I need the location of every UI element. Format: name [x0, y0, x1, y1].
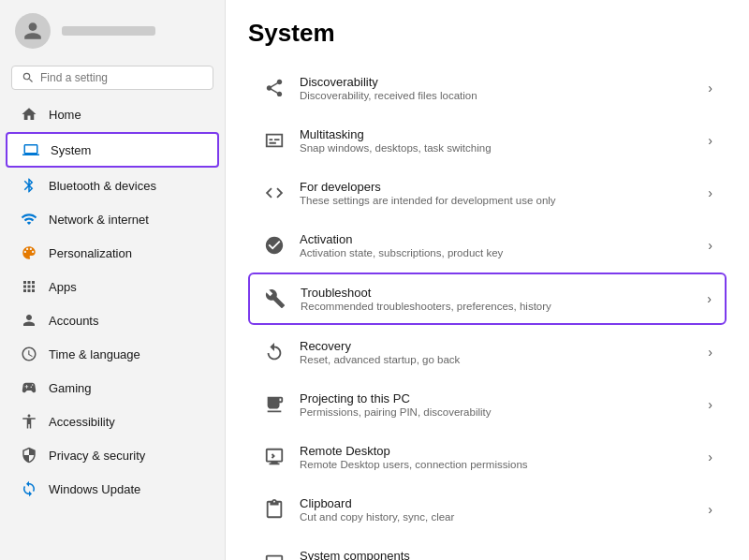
sidebar-item-privacy[interactable]: Privacy & security: [6, 439, 219, 471]
main-content: System Discoverability Discoverability, …: [225, 0, 749, 560]
settings-item-projecting[interactable]: Projecting to this PC Permissions, pairi…: [248, 379, 727, 430]
settings-item-left: Recovery Reset, advanced startup, go bac…: [262, 339, 460, 365]
activation-icon: [262, 233, 286, 258]
settings-item-left: System components Manage system componen…: [262, 549, 596, 560]
settings-item-for-developers[interactable]: For developers These settings are intend…: [248, 168, 727, 218]
network-icon: [21, 211, 37, 228]
sidebar: Home System Bluetooth & devices Network …: [0, 0, 225, 560]
sidebar-profile[interactable]: [0, 0, 225, 62]
sidebar-item-accounts[interactable]: Accounts: [6, 304, 219, 336]
search-icon: [22, 71, 35, 84]
sidebar-item-windows-update[interactable]: Windows Update: [6, 473, 219, 505]
accounts-icon: [21, 312, 37, 329]
sidebar-item-time[interactable]: Time & language: [6, 338, 219, 370]
dev-icon: [262, 181, 286, 205]
settings-item-desc: Snap windows, desktops, task switching: [300, 142, 492, 154]
project-icon: [262, 392, 286, 417]
settings-item-multitasking[interactable]: Multitasking Snap windows, desktops, tas…: [248, 115, 727, 166]
chevron-right-icon: ›: [708, 81, 712, 96]
settings-item-title: Discoverability: [300, 75, 477, 89]
settings-item-system-components[interactable]: System components Manage system componen…: [248, 537, 727, 560]
sidebar-item-label-system: System: [51, 143, 91, 157]
gaming-icon: [21, 379, 37, 396]
settings-item-title: Clipboard: [300, 496, 454, 510]
settings-item-discoverability[interactable]: Discoverability Discoverability, receive…: [248, 63, 727, 113]
sidebar-item-home[interactable]: Home: [6, 98, 219, 130]
settings-item-left: Troubleshoot Recommended troubleshooters…: [263, 286, 551, 312]
settings-item-text: Remote Desktop Remote Desktop users, con…: [300, 444, 528, 470]
sidebar-item-label-personalization: Personalization: [49, 246, 132, 260]
multitask-icon: [262, 128, 286, 153]
remote-icon: [262, 445, 286, 469]
settings-item-text: Clipboard Cut and copy history, sync, cl…: [300, 496, 454, 523]
settings-item-left: Clipboard Cut and copy history, sync, cl…: [262, 496, 454, 523]
sidebar-item-bluetooth[interactable]: Bluetooth & devices: [6, 169, 219, 201]
system-icon: [22, 141, 39, 158]
settings-item-text: Multitasking Snap windows, desktops, tas…: [300, 127, 492, 154]
chevron-right-icon: ›: [708, 502, 712, 517]
settings-item-title: Multitasking: [300, 127, 492, 141]
chevron-right-icon: ›: [708, 185, 712, 200]
recovery-icon: [262, 340, 286, 364]
chevron-right-icon: ›: [708, 345, 712, 360]
settings-item-left: Remote Desktop Remote Desktop users, con…: [262, 444, 528, 470]
sidebar-item-label-bluetooth: Bluetooth & devices: [49, 179, 156, 193]
sidebar-item-label-network: Network & internet: [49, 213, 149, 227]
personalization-icon: [21, 244, 37, 261]
profile-name: [62, 26, 155, 36]
settings-item-title: Troubleshoot: [301, 286, 551, 300]
settings-item-title: Remote Desktop: [300, 444, 528, 458]
chevron-right-icon: ›: [708, 238, 712, 253]
sidebar-item-network[interactable]: Network & internet: [6, 203, 219, 235]
settings-item-remote-desktop[interactable]: Remote Desktop Remote Desktop users, con…: [248, 432, 727, 482]
settings-item-text: For developers These settings are intend…: [300, 180, 556, 206]
search-input[interactable]: [40, 71, 203, 84]
bluetooth-icon: [21, 177, 37, 194]
settings-item-activation[interactable]: Activation Activation state, subscriptio…: [248, 220, 727, 271]
settings-item-title: For developers: [300, 180, 556, 194]
sidebar-item-accessibility[interactable]: Accessibility: [6, 405, 219, 437]
home-icon: [21, 106, 37, 123]
settings-item-title: Recovery: [300, 339, 460, 353]
sidebar-item-label-accessibility: Accessibility: [49, 415, 115, 429]
apps-icon: [21, 278, 37, 295]
sidebar-nav: Home System Bluetooth & devices Network …: [0, 97, 225, 506]
settings-item-desc: Remote Desktop users, connection permiss…: [300, 459, 528, 470]
settings-item-text: System components Manage system componen…: [300, 549, 596, 560]
settings-list: Discoverability Discoverability, receive…: [248, 63, 727, 560]
settings-item-left: Projecting to this PC Permissions, pairi…: [262, 391, 492, 418]
settings-item-desc: Permissions, pairing PIN, discoverabilit…: [300, 406, 492, 418]
settings-item-left: Activation Activation state, subscriptio…: [262, 232, 503, 258]
chevron-right-icon: ›: [708, 449, 712, 464]
settings-item-text: Troubleshoot Recommended troubleshooters…: [301, 286, 551, 312]
settings-item-desc: Recommended troubleshooters, preferences…: [301, 301, 551, 312]
sidebar-item-label-apps: Apps: [49, 280, 77, 294]
sidebar-item-label-privacy: Privacy & security: [49, 449, 145, 463]
settings-item-recovery[interactable]: Recovery Reset, advanced startup, go bac…: [248, 327, 727, 377]
time-icon: [21, 346, 37, 362]
clipboard-icon: [262, 497, 286, 522]
chevron-right-icon: ›: [708, 554, 712, 560]
troubleshoot-icon: [263, 287, 287, 311]
sidebar-item-gaming[interactable]: Gaming: [6, 372, 219, 404]
settings-item-title: Projecting to this PC: [300, 391, 492, 405]
sidebar-item-personalization[interactable]: Personalization: [6, 237, 219, 269]
settings-item-title: Activation: [300, 232, 503, 246]
components-icon: [262, 550, 286, 560]
avatar: [15, 13, 51, 49]
chevron-right-icon: ›: [708, 397, 712, 412]
settings-item-clipboard[interactable]: Clipboard Cut and copy history, sync, cl…: [248, 484, 727, 535]
accessibility-icon: [21, 413, 37, 430]
sidebar-item-apps[interactable]: Apps: [6, 271, 219, 302]
settings-item-troubleshoot[interactable]: Troubleshoot Recommended troubleshooters…: [248, 273, 727, 325]
chevron-right-icon: ›: [707, 291, 712, 306]
windows-update-icon: [21, 480, 37, 497]
sidebar-item-system[interactable]: System: [6, 132, 219, 168]
settings-item-text: Activation Activation state, subscriptio…: [300, 232, 503, 258]
settings-item-left: Multitasking Snap windows, desktops, tas…: [262, 127, 492, 154]
sidebar-item-label-accounts: Accounts: [49, 314, 98, 328]
sidebar-item-label-time: Time & language: [49, 347, 140, 361]
settings-item-desc: Reset, advanced startup, go back: [300, 354, 460, 365]
page-title: System: [248, 19, 727, 48]
search-box[interactable]: [11, 66, 213, 90]
